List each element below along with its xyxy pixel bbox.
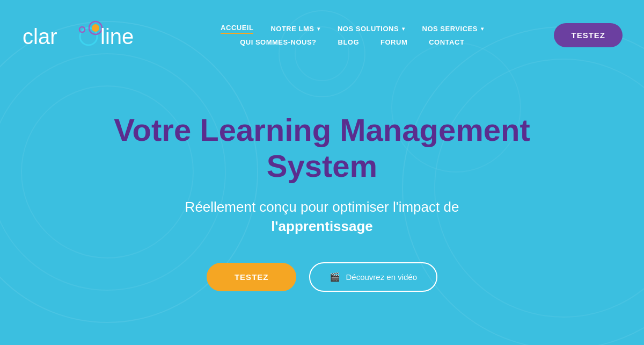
header: clar line ACCUEIL NOTRE LMS ▾ (0, 0, 644, 70)
page-wrapper: clar line ACCUEIL NOTRE LMS ▾ (0, 0, 644, 345)
nos-solutions-chevron: ▾ (402, 26, 405, 32)
main-nav: ACCUEIL NOTRE LMS ▾ NOS SOLUTIONS ▾ NOS … (161, 24, 543, 46)
nav-forum[interactable]: FORUM (380, 38, 407, 46)
hero-subtitle: Réellement conçu pour optimiser l'impact… (185, 197, 459, 236)
nav-blog[interactable]: BLOG (338, 38, 360, 46)
testez-header-button[interactable]: TESTEZ (554, 23, 623, 47)
svg-text:clar: clar (23, 25, 57, 48)
hero-buttons: TESTEZ 🎬 Découvrez en vidéo (207, 262, 437, 292)
nos-services-chevron: ▾ (481, 26, 484, 32)
svg-text:line: line (100, 25, 134, 48)
nav-nos-solutions[interactable]: NOS SOLUTIONS ▾ (338, 25, 405, 33)
testez-hero-button[interactable]: TESTEZ (207, 263, 297, 291)
hero-title: Votre Learning Management System (114, 112, 530, 184)
notre-lms-chevron: ▾ (317, 26, 320, 32)
nav-bottom-row: QUI SOMMES-NOUS? BLOG FORUM CONTACT (240, 38, 464, 46)
video-button[interactable]: 🎬 Découvrez en vidéo (309, 262, 437, 292)
nav-notre-lms[interactable]: NOTRE LMS ▾ (270, 25, 320, 33)
logo-area: clar line (21, 16, 161, 54)
nav-accueil[interactable]: ACCUEIL (221, 24, 253, 34)
video-icon: 🎬 (330, 272, 340, 282)
nav-contact[interactable]: CONTACT (429, 38, 464, 46)
nav-qui-sommes-nous[interactable]: QUI SOMMES-NOUS? (240, 38, 316, 46)
hero-section: Votre Learning Management System Réellem… (0, 70, 644, 345)
logo-svg: clar line (21, 16, 145, 54)
nav-nos-services[interactable]: NOS SERVICES ▾ (422, 25, 484, 33)
nav-top-row: ACCUEIL NOTRE LMS ▾ NOS SOLUTIONS ▾ NOS … (221, 24, 484, 34)
svg-point-10 (92, 24, 99, 32)
